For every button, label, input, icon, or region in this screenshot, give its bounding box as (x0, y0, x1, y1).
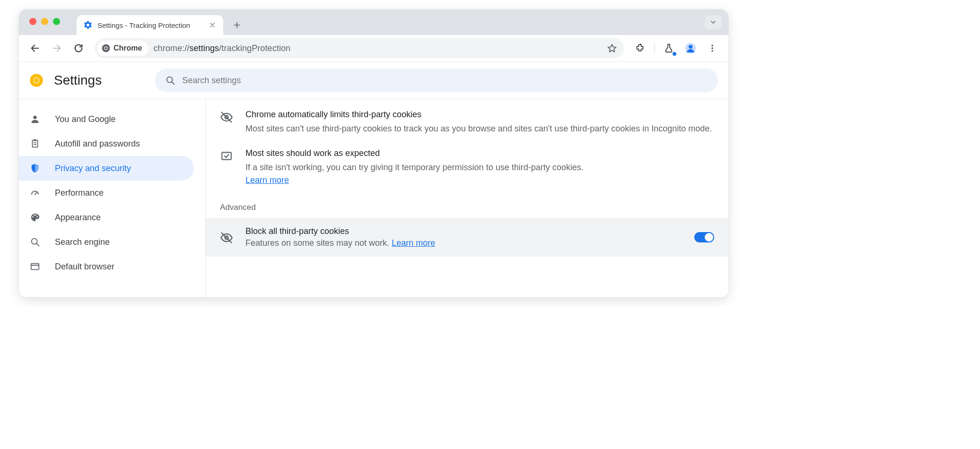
svg-point-2 (105, 47, 107, 50)
svg-point-15 (32, 239, 37, 244)
svg-rect-13 (33, 140, 38, 147)
sidebar-item-label: Default browser (55, 262, 114, 272)
settings-body: You and Google Autofill and passwords Pr… (19, 99, 728, 297)
settings-gear-icon (83, 20, 93, 30)
new-tab-button[interactable] (229, 17, 245, 33)
svg-point-5 (711, 45, 713, 46)
window-maximize-button[interactable] (53, 18, 60, 25)
sidebar-item-privacy-security[interactable]: Privacy and security (19, 156, 194, 181)
svg-point-4 (689, 45, 692, 49)
shield-icon (29, 163, 41, 174)
tab-title: Settings - Tracking Protection (97, 21, 203, 29)
advanced-section-label: Advanced (206, 190, 728, 218)
sidebar-item-you-and-google[interactable]: You and Google (19, 107, 194, 131)
titlebar-right (705, 15, 722, 29)
clipboard-icon (29, 138, 41, 149)
sidebar-item-autofill[interactable]: Autofill and passwords (19, 131, 194, 156)
user-icon (29, 113, 41, 125)
svg-point-7 (711, 50, 713, 52)
settings-header: Settings (19, 62, 728, 99)
learn-more-link[interactable]: Learn more (392, 238, 435, 248)
chrome-icon (101, 43, 111, 53)
svg-rect-16 (31, 264, 39, 270)
svg-rect-14 (34, 139, 36, 141)
chrome-menu-button[interactable] (703, 39, 722, 58)
toolbar-separator (654, 43, 655, 54)
sidebar-item-label: You and Google (55, 114, 115, 124)
svg-rect-18 (222, 152, 231, 159)
bookmark-star-icon[interactable] (607, 43, 617, 53)
back-button[interactable] (26, 39, 44, 58)
profile-button[interactable] (681, 39, 700, 58)
chrome-logo-icon (29, 73, 44, 87)
speedometer-icon (29, 187, 41, 199)
forward-button[interactable] (47, 39, 66, 58)
content-area: Settings You and Google Autofill and pas… (19, 61, 728, 297)
tab-close-button[interactable] (208, 21, 217, 29)
info-row-sites-work: Most sites should work as expected If a … (206, 138, 728, 190)
palette-icon (29, 212, 41, 223)
eye-off-icon (220, 111, 233, 124)
site-info-label: Chrome (114, 44, 142, 52)
traffic-lights (29, 18, 60, 25)
browser-tab[interactable]: Settings - Tracking Protection (77, 15, 223, 35)
svg-point-6 (711, 47, 713, 49)
checkbox-icon (220, 149, 233, 163)
eye-off-icon (220, 231, 233, 244)
settings-title: Settings (54, 73, 102, 88)
sidebar-item-performance[interactable]: Performance (19, 181, 194, 205)
info-row-cookies: Chrome automatically limits third-party … (206, 99, 728, 138)
settings-sidebar: You and Google Autofill and passwords Pr… (19, 99, 206, 297)
labs-button[interactable] (659, 39, 678, 58)
extensions-button[interactable] (630, 39, 649, 58)
info-title: Chrome automatically limits third-party … (245, 110, 712, 120)
tabs-area: Settings - Tracking Protection (77, 9, 245, 35)
info-title: Most sites should work as expected (245, 148, 584, 158)
search-icon (29, 236, 41, 248)
sidebar-item-search-engine[interactable]: Search engine (19, 230, 194, 254)
info-desc: If a site isn't working, you can try giv… (245, 161, 584, 174)
info-text: Most sites should work as expected If a … (245, 148, 584, 187)
sidebar-item-label: Appearance (55, 213, 101, 223)
info-desc: Most sites can't use third-party cookies… (245, 122, 712, 135)
titlebar: Settings - Tracking Protection (19, 9, 728, 35)
sidebar-item-default-browser[interactable]: Default browser (19, 254, 194, 279)
tab-search-button[interactable] (705, 15, 722, 29)
block-all-text: Block all third-party cookies Features o… (245, 226, 435, 248)
reload-button[interactable] (69, 39, 88, 58)
browser-window: Settings - Tracking Protection (19, 9, 728, 297)
svg-point-12 (33, 116, 36, 119)
sidebar-item-appearance[interactable]: Appearance (19, 205, 194, 230)
window-minimize-button[interactable] (41, 18, 48, 25)
block-all-toggle[interactable] (694, 232, 714, 242)
site-info-chip[interactable]: Chrome (97, 41, 149, 56)
search-input[interactable] (182, 76, 708, 86)
svg-point-11 (167, 77, 173, 83)
sidebar-item-label: Autofill and passwords (55, 139, 140, 149)
info-text: Chrome automatically limits third-party … (245, 110, 712, 135)
settings-search-bar[interactable] (155, 69, 718, 92)
block-all-desc: Features on some sites may not work. (245, 238, 392, 248)
sidebar-item-label: Performance (55, 188, 104, 198)
url-text: chrome://settings/trackingProtection (153, 43, 290, 53)
search-icon (165, 75, 175, 86)
block-all-cookies-row: Block all third-party cookies Features o… (206, 218, 728, 257)
sidebar-item-label: Search engine (55, 237, 110, 247)
window-close-button[interactable] (29, 18, 36, 25)
learn-more-link[interactable]: Learn more (245, 175, 289, 185)
settings-main: Chrome automatically limits third-party … (206, 99, 728, 297)
toolbar: Chrome chrome://settings/trackingProtect… (19, 35, 728, 61)
svg-point-10 (34, 78, 39, 83)
block-all-title: Block all third-party cookies (245, 226, 435, 236)
window-icon (29, 261, 41, 272)
address-bar[interactable]: Chrome chrome://settings/trackingProtect… (95, 38, 624, 58)
sidebar-item-label: Privacy and security (55, 164, 131, 173)
